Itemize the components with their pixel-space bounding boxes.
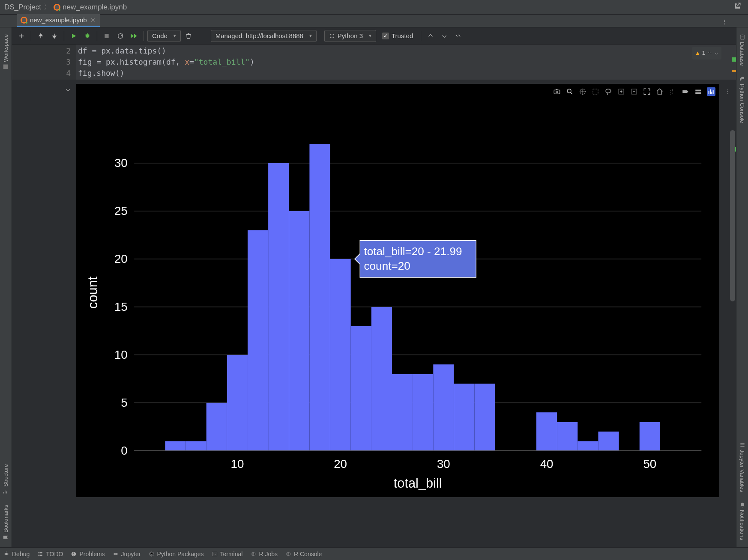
box-select-icon[interactable]	[591, 87, 600, 96]
check-icon: ✓	[382, 33, 389, 39]
code-content[interactable]: df = px.data.tips() fig = px.histogram(d…	[76, 45, 726, 80]
breadcrumb-project[interactable]: DS_Project	[4, 3, 41, 12]
svg-rect-51	[577, 441, 598, 450]
svg-rect-37	[248, 230, 268, 451]
svg-point-3	[330, 34, 334, 38]
rail-workspace[interactable]: Workspace	[0, 30, 12, 74]
more-toolbar-button[interactable]	[452, 30, 464, 42]
svg-rect-42	[351, 326, 371, 451]
delete-cell-button[interactable]	[183, 30, 194, 42]
plotly-logo-icon[interactable]	[707, 87, 715, 96]
stop-button[interactable]	[101, 30, 113, 42]
svg-text:30: 30	[114, 156, 128, 170]
editor-area: Code▼ Managed: http://localhost:8888▼ Py…	[12, 27, 736, 547]
cell-type-select[interactable]: Code▼	[147, 30, 181, 42]
svg-rect-33	[165, 441, 186, 450]
status-r-console[interactable]: RR Console	[285, 551, 322, 557]
svg-rect-47	[454, 384, 474, 451]
svg-rect-12	[695, 90, 701, 92]
scroll-thumb[interactable]	[730, 130, 735, 301]
cell-output: ⋮ 0510152025301020304050total_billcountt…	[12, 84, 736, 497]
svg-point-60	[5, 553, 8, 555]
svg-text:50: 50	[643, 457, 656, 471]
move-down-button[interactable]	[48, 30, 60, 42]
collapse-output-icon[interactable]	[65, 86, 71, 94]
restart-button[interactable]	[114, 30, 126, 42]
camera-icon[interactable]	[553, 87, 561, 96]
right-tool-rail: Database Python Console Jupyter Variable…	[736, 27, 748, 547]
breadcrumb-file[interactable]: new_example.ipynb	[63, 3, 127, 12]
svg-rect-45	[413, 374, 433, 451]
rail-structure[interactable]: Structure	[0, 460, 12, 499]
status-problems[interactable]: Problems	[71, 551, 105, 557]
hover-compare-icon[interactable]	[694, 87, 703, 96]
status-r-jobs[interactable]: RR Jobs	[250, 551, 278, 557]
pan-icon[interactable]	[578, 87, 587, 96]
status-debug[interactable]: Debug	[3, 551, 30, 557]
status-jupyter[interactable]: Jupyter	[113, 551, 141, 557]
problems-badge[interactable]: ▲ 1	[692, 47, 721, 60]
move-up-button[interactable]	[35, 30, 47, 42]
svg-rect-11	[631, 89, 637, 94]
svg-rect-10	[619, 89, 624, 94]
cells-container: 2 3 4 df = px.data.tips() fig = px.histo…	[12, 45, 736, 547]
jupyter-icon	[21, 17, 27, 24]
run-cell-button[interactable]	[68, 30, 80, 42]
autoscale-icon[interactable]	[643, 87, 651, 96]
svg-rect-44	[392, 374, 413, 451]
histogram-chart[interactable]: 0510152025301020304050total_billcounttot…	[81, 88, 715, 497]
spike-lines-icon[interactable]	[668, 87, 677, 96]
jupyter-server-select[interactable]: Managed: http://localhost:8888▼	[211, 30, 317, 42]
tab-new-example[interactable]: new_example.ipynb ✕	[17, 14, 100, 27]
rail-database[interactable]: Database	[736, 30, 748, 70]
svg-rect-50	[557, 422, 577, 451]
zoom-icon[interactable]	[565, 87, 574, 96]
rail-python-console[interactable]: Python Console	[736, 72, 748, 128]
jupyter-icon	[54, 4, 60, 11]
tab-options-icon[interactable]: ⋮	[718, 17, 731, 27]
rail-bookmarks[interactable]: Bookmarks	[0, 500, 12, 545]
marker-warn-icon	[732, 70, 736, 72]
svg-text:R: R	[253, 553, 254, 555]
svg-text:10: 10	[230, 457, 244, 471]
add-cell-button[interactable]	[15, 30, 27, 42]
zoom-in-icon[interactable]	[617, 87, 625, 96]
svg-rect-34	[186, 441, 206, 450]
svg-text:15: 15	[114, 300, 128, 313]
svg-rect-35	[206, 403, 227, 451]
svg-text:10: 10	[114, 348, 128, 361]
tab-label: new_example.ipynb	[30, 16, 87, 24]
debug-cell-button[interactable]	[81, 30, 93, 42]
svg-point-63	[251, 552, 256, 555]
plot-output: ⋮ 0510152025301020304050total_billcountt…	[76, 84, 719, 497]
kernel-select[interactable]: Python 3▼	[324, 30, 376, 42]
run-all-button[interactable]	[128, 30, 140, 42]
rail-notifications[interactable]: Notifications	[736, 498, 748, 545]
svg-rect-13	[695, 92, 701, 94]
svg-text:0: 0	[121, 444, 127, 457]
zoom-out-icon[interactable]	[630, 87, 638, 96]
svg-point-9	[606, 89, 611, 93]
statusbar: Debug TODO Problems Jupyter Python Packa…	[0, 547, 748, 560]
svg-rect-2	[105, 34, 108, 38]
next-cell-button[interactable]	[438, 30, 450, 42]
breadcrumb-separator: 〉	[44, 2, 51, 12]
status-python-packages[interactable]: Python Packages	[149, 551, 204, 557]
svg-text:5: 5	[121, 396, 127, 409]
svg-rect-8	[593, 89, 598, 94]
svg-rect-0	[3, 65, 8, 69]
open-in-new-icon[interactable]	[731, 1, 744, 13]
status-todo[interactable]: TODO	[37, 551, 63, 557]
hover-closest-icon[interactable]	[681, 87, 690, 96]
rail-jupyter-variables[interactable]: Jupyter Variables	[736, 438, 748, 496]
marker-ok-icon	[732, 57, 736, 62]
status-terminal[interactable]: Terminal	[212, 551, 243, 557]
lasso-icon[interactable]	[604, 87, 613, 96]
reset-axes-icon[interactable]	[655, 87, 664, 96]
trusted-checkbox[interactable]: ✓ Trusted	[378, 32, 417, 39]
left-tool-rail: Workspace Structure Bookmarks	[0, 27, 12, 547]
code-cell[interactable]: 2 3 4 df = px.data.tips() fig = px.histo…	[12, 45, 736, 80]
svg-text:30: 30	[437, 457, 450, 471]
prev-cell-button[interactable]	[425, 30, 437, 42]
close-icon[interactable]: ✕	[90, 17, 96, 24]
